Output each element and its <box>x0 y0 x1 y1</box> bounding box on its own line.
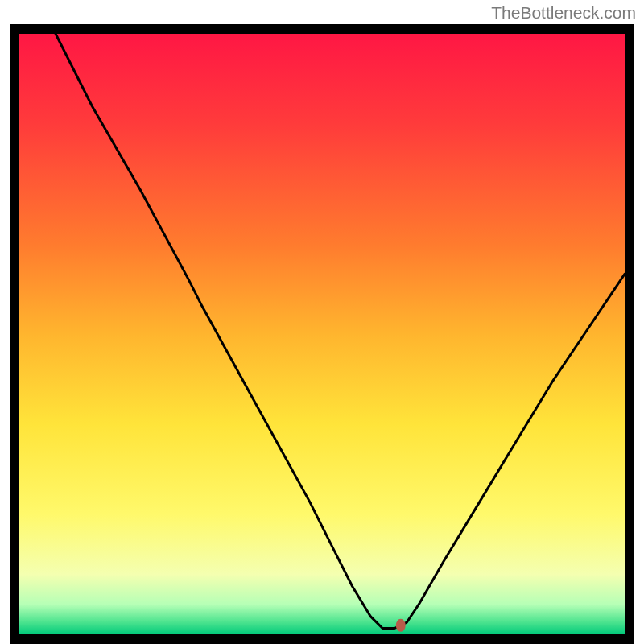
chart-frame <box>10 24 634 644</box>
chart-svg <box>19 34 625 634</box>
plot-area <box>19 34 625 634</box>
gradient-background <box>19 34 625 634</box>
chart-container: TheBottleneck.com <box>0 0 644 644</box>
watermark-text: TheBottleneck.com <box>491 3 636 23</box>
optimal-point <box>396 619 406 632</box>
